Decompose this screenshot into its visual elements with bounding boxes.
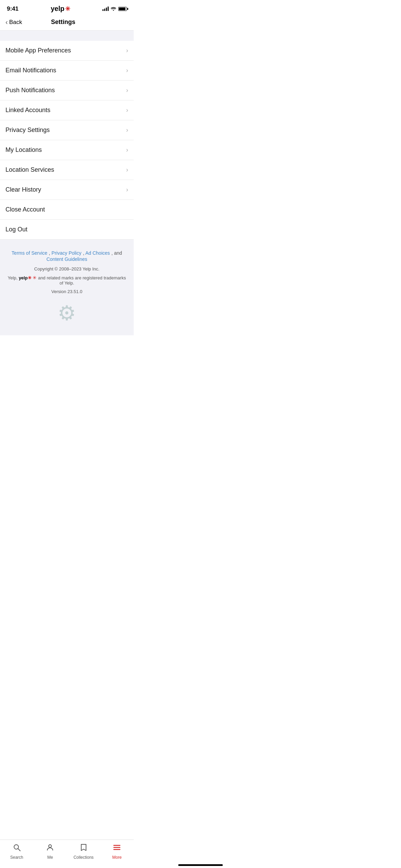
content-guidelines-link[interactable]: Content Guidelines <box>46 256 87 262</box>
settings-item-label-mobile-app-preferences: Mobile App Preferences <box>5 47 71 54</box>
battery-icon <box>118 7 127 11</box>
section-spacer <box>0 31 134 41</box>
wifi-icon <box>111 6 116 12</box>
settings-item-mobile-app-preferences[interactable]: Mobile App Preferences› <box>0 41 134 61</box>
app-logo: yelp ✳ <box>51 5 70 13</box>
settings-item-label-close-account: Close Account <box>5 206 45 213</box>
settings-item-label-log-out: Log Out <box>5 226 27 233</box>
footer-copyright: Copyright © 2008–2023 Yelp Inc. <box>7 266 127 272</box>
trademark-post: and related marks are registered tradema… <box>38 275 126 286</box>
signal-icon <box>102 7 109 11</box>
yelp-star-icon: ✳ <box>65 5 70 13</box>
settings-item-label-privacy-settings: Privacy Settings <box>5 126 50 134</box>
chevron-right-icon: › <box>126 146 128 154</box>
settings-item-my-locations[interactable]: My Locations› <box>0 140 134 160</box>
chevron-right-icon: › <box>126 67 128 74</box>
privacy-policy-link[interactable]: Privacy Policy <box>51 250 81 256</box>
footer-section: Terms of Service , Privacy Policy , Ad C… <box>0 240 134 335</box>
chevron-right-icon: › <box>126 87 128 94</box>
footer-links: Terms of Service , Privacy Policy , Ad C… <box>7 250 127 262</box>
settings-item-label-linked-accounts: Linked Accounts <box>5 107 50 114</box>
gear-icon: ⚙ <box>58 301 76 325</box>
chevron-right-icon: › <box>126 47 128 54</box>
settings-item-label-clear-history: Clear History <box>5 186 41 193</box>
settings-list: Mobile App Preferences›Email Notificatio… <box>0 41 134 240</box>
settings-item-label-location-services: Location Services <box>5 166 54 173</box>
settings-item-clear-history[interactable]: Clear History› <box>0 180 134 200</box>
chevron-right-icon: › <box>126 186 128 193</box>
settings-item-linked-accounts[interactable]: Linked Accounts› <box>0 100 134 120</box>
settings-item-close-account[interactable]: Close Account <box>0 200 134 220</box>
settings-item-label-email-notifications: Email Notifications <box>5 67 56 74</box>
nav-bar: ‹ Back Settings <box>0 15 134 31</box>
terms-of-service-link[interactable]: Terms of Service <box>12 250 47 256</box>
chevron-right-icon: › <box>126 107 128 114</box>
ad-choices-link[interactable]: Ad Choices <box>85 250 110 256</box>
settings-item-push-notifications[interactable]: Push Notifications› <box>0 81 134 100</box>
settings-item-email-notifications[interactable]: Email Notifications› <box>0 61 134 81</box>
back-chevron-icon: ‹ <box>5 18 8 26</box>
settings-item-label-my-locations: My Locations <box>5 146 42 154</box>
back-label: Back <box>9 19 22 26</box>
settings-item-log-out[interactable]: Log Out <box>0 220 134 240</box>
status-bar: 9:41 yelp ✳ <box>0 0 134 15</box>
chevron-right-icon: › <box>126 126 128 134</box>
status-time: 9:41 <box>7 5 19 12</box>
yelp-inline-logo: yelp✳ <box>19 275 32 280</box>
chevron-right-icon: › <box>126 166 128 173</box>
settings-item-location-services[interactable]: Location Services› <box>0 160 134 180</box>
yelp-inline-burst-icon: ✳ <box>33 275 37 280</box>
yelp-wordmark: yelp <box>51 5 64 13</box>
footer-trademark: Yelp, yelp✳ ✳ and related marks are regi… <box>7 275 127 286</box>
settings-item-label-push-notifications: Push Notifications <box>5 87 55 94</box>
back-button[interactable]: ‹ Back <box>5 18 22 26</box>
yelp-inline-star-icon: ✳ <box>28 275 32 280</box>
gear-overlay: ⚙ <box>7 294 127 328</box>
settings-item-privacy-settings[interactable]: Privacy Settings› <box>0 120 134 140</box>
status-indicators <box>102 6 127 12</box>
footer-version: Version 23.51.0 <box>7 289 127 294</box>
trademark-pre: Yelp, <box>8 275 19 280</box>
page-title: Settings <box>22 19 104 26</box>
